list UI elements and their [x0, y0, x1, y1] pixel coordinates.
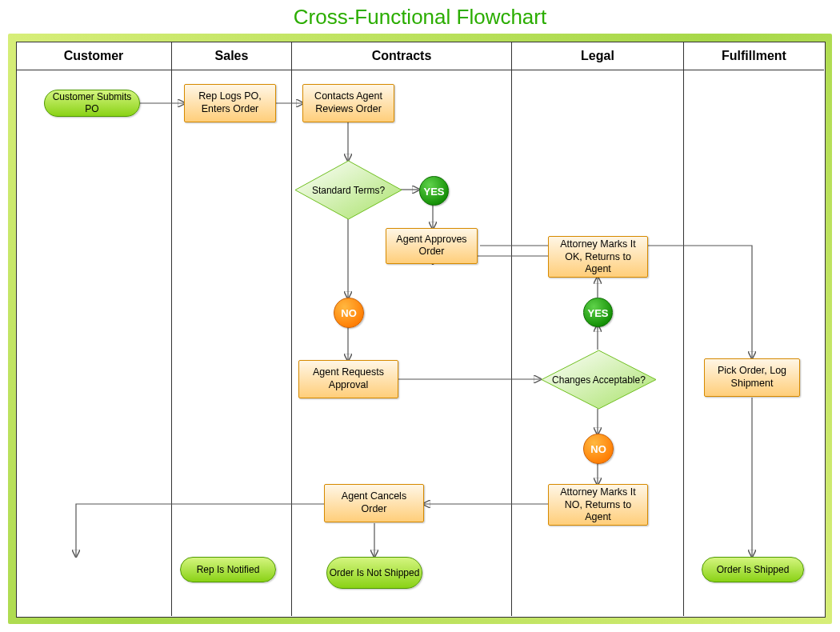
label-agent-approves: Agent Approves Order — [386, 234, 477, 258]
badge-yes-standard-terms: YES — [419, 176, 449, 206]
decision-changes-acceptable: Changes Acceptable? — [541, 350, 657, 410]
badge-no-changes: NO — [583, 434, 614, 464]
process-attorney-ok: Attorney Marks It OK, Returns to Agent — [548, 236, 648, 278]
terminal-rep-notified: Rep Is Notified — [180, 557, 276, 582]
lane-fulfillment: Fulfillment — [684, 42, 824, 616]
process-agent-approves: Agent Approves Order — [386, 228, 478, 264]
lane-customer: Customer — [16, 42, 172, 616]
terminal-order-not-shipped: Order Is Not Shipped — [326, 557, 422, 589]
label-attorney-ok: Attorney Marks It OK, Returns to Agent — [549, 238, 647, 276]
process-pick-order: Pick Order, Log Shipment — [704, 358, 800, 397]
badge-no-standard-terms: NO — [334, 298, 364, 328]
terminal-customer-submits-po: Customer Submits PO — [44, 90, 140, 117]
label-customer-submits-po: Customer Submits PO — [45, 91, 139, 115]
lane-header-sales: Sales — [172, 42, 291, 70]
lane-header-customer: Customer — [16, 42, 171, 70]
process-contacts-agent: Contacts Agent Reviews Order — [302, 84, 394, 122]
lane-sales: Sales — [172, 42, 292, 616]
label-agent-cancels: Agent Cancels Order — [325, 490, 423, 515]
label-no-1: NO — [334, 307, 363, 319]
label-changes-acceptable: Changes Acceptable? — [541, 374, 657, 386]
badge-yes-changes: YES — [583, 298, 613, 327]
label-contacts-agent: Contacts Agent Reviews Order — [303, 90, 394, 115]
chart-title: Cross-Functional Flowchart — [0, 5, 840, 30]
lane-legal: Legal — [512, 42, 684, 616]
lane-header-legal: Legal — [512, 42, 683, 70]
label-agent-requests: Agent Requests Approval — [299, 366, 398, 391]
label-rep-notified: Rep Is Notified — [181, 564, 275, 576]
process-rep-logs-po: Rep Logs PO, Enters Order — [184, 84, 276, 122]
label-pick-order: Pick Order, Log Shipment — [705, 365, 799, 390]
lane-header-fulfillment: Fulfillment — [684, 42, 824, 70]
label-rep-logs-po: Rep Logs PO, Enters Order — [185, 90, 275, 115]
process-agent-requests: Agent Requests Approval — [298, 360, 398, 398]
label-order-not-shipped: Order Is Not Shipped — [327, 567, 422, 579]
label-standard-terms: Standard Terms? — [294, 184, 402, 196]
decision-standard-terms: Standard Terms? — [294, 160, 402, 220]
label-yes-2: YES — [584, 306, 612, 318]
process-agent-cancels: Agent Cancels Order — [324, 484, 424, 522]
lane-header-contracts: Contracts — [292, 42, 511, 70]
lane-contracts: Contracts — [292, 42, 512, 616]
process-attorney-no: Attorney Marks It NO, Returns to Agent — [548, 484, 648, 526]
terminal-order-shipped: Order Is Shipped — [702, 557, 804, 582]
label-yes-1: YES — [420, 185, 448, 197]
label-attorney-no: Attorney Marks It NO, Returns to Agent — [549, 486, 647, 524]
label-order-shipped: Order Is Shipped — [702, 564, 803, 576]
label-no-2: NO — [584, 443, 613, 455]
